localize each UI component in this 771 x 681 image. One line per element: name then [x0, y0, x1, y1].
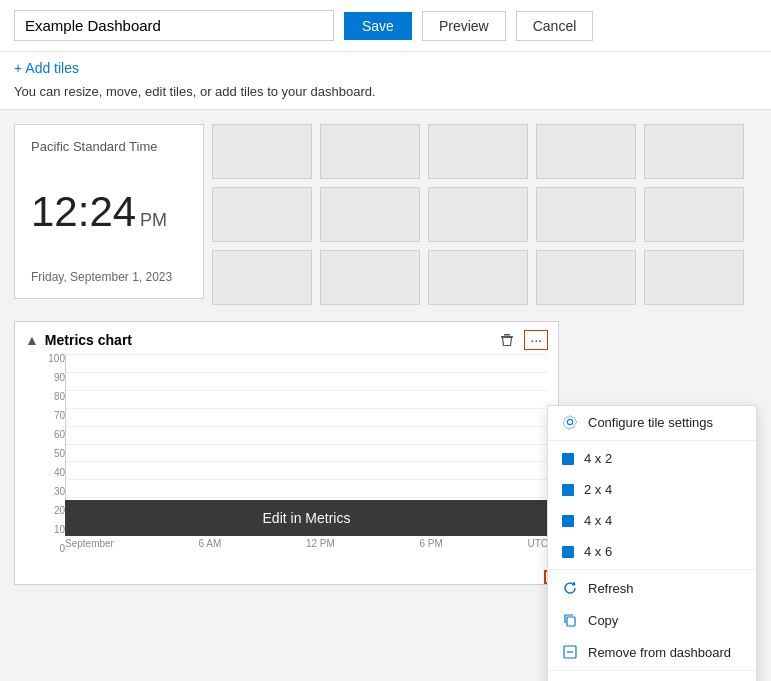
- cancel-button[interactable]: Cancel: [516, 11, 594, 41]
- menu-item-copy[interactable]: Copy: [548, 604, 756, 636]
- menu-item-done[interactable]: Done customizing: [548, 673, 756, 681]
- copy-icon: [562, 612, 578, 628]
- menu-label: Remove from dashboard: [588, 645, 731, 660]
- empty-tile: [644, 124, 744, 179]
- grid-line: [66, 354, 548, 355]
- menu-divider: [548, 440, 756, 441]
- menu-label: 4 x 6: [584, 544, 612, 559]
- metrics-title-row: ▲ Metrics chart: [25, 332, 132, 348]
- context-menu: Configure tile settings 4 x 2 2 x 4 4 x …: [547, 405, 757, 681]
- grid-line: [66, 497, 548, 498]
- y-axis: 100 90 80 70 60 50 40 30 20 10 0: [25, 354, 65, 554]
- empty-tile: [320, 187, 420, 242]
- save-button[interactable]: Save: [344, 12, 412, 40]
- empty-tile: [428, 187, 528, 242]
- metrics-header: ▲ Metrics chart ···: [15, 322, 558, 354]
- empty-tile: [212, 250, 312, 305]
- menu-divider: [548, 569, 756, 570]
- grid-line: [66, 426, 548, 427]
- chart-area: 100 90 80 70 60 50 40 30 20 10 0: [15, 354, 558, 584]
- svg-rect-2: [567, 617, 575, 626]
- menu-label: Refresh: [588, 581, 634, 596]
- empty-tile: [536, 187, 636, 242]
- remove-icon: [562, 644, 578, 660]
- empty-tiles-grid: [212, 124, 744, 305]
- x-axis: September 6 AM 12 PM 6 PM UTC: [65, 534, 548, 549]
- menu-item-refresh[interactable]: Refresh: [548, 572, 756, 604]
- resize-4x6-icon: [562, 546, 574, 558]
- add-tiles-button[interactable]: + Add tiles: [14, 60, 79, 76]
- grid-line: [66, 444, 548, 445]
- refresh-icon: [562, 580, 578, 596]
- menu-label: Copy: [588, 613, 618, 628]
- resize-4x2-icon: [562, 453, 574, 465]
- preview-button[interactable]: Preview: [422, 11, 506, 41]
- metrics-actions: ···: [496, 330, 548, 350]
- menu-item-configure[interactable]: Configure tile settings: [548, 406, 756, 438]
- clock-tile: Pacific Standard Time 12:24 PM Friday, S…: [14, 124, 204, 299]
- empty-tile: [428, 250, 528, 305]
- grid-line: [66, 390, 548, 391]
- subheader: + Add tiles You can resize, move, edit t…: [0, 52, 771, 110]
- clock-timezone: Pacific Standard Time: [31, 139, 187, 154]
- menu-item-2x4[interactable]: 2 x 4: [548, 474, 756, 505]
- grid-line: [66, 479, 548, 480]
- metrics-title: Metrics chart: [45, 332, 132, 348]
- empty-tile: [644, 187, 744, 242]
- empty-tile: [536, 124, 636, 179]
- gear-icon: [562, 414, 578, 430]
- filter-icon: ▲: [25, 332, 39, 348]
- menu-label: 2 x 4: [584, 482, 612, 497]
- more-options-button[interactable]: ···: [524, 330, 548, 350]
- menu-label: 4 x 4: [584, 513, 612, 528]
- metrics-tile: ▲ Metrics chart ··· 100 90 80 70 60 50 4…: [14, 321, 559, 585]
- edit-in-metrics-button[interactable]: Edit in Metrics: [65, 500, 548, 536]
- empty-tile: [428, 124, 528, 179]
- clock-time: 12:24 PM: [31, 188, 187, 236]
- empty-tile: [644, 250, 744, 305]
- menu-item-4x6[interactable]: 4 x 6: [548, 536, 756, 567]
- grid-line: [66, 461, 548, 462]
- empty-tile: [212, 124, 312, 179]
- menu-item-remove[interactable]: Remove from dashboard: [548, 636, 756, 668]
- menu-item-4x2[interactable]: 4 x 2: [548, 443, 756, 474]
- menu-label: 4 x 2: [584, 451, 612, 466]
- empty-tile: [536, 250, 636, 305]
- dashboard-title-input[interactable]: [14, 10, 334, 41]
- menu-item-4x4[interactable]: 4 x 4: [548, 505, 756, 536]
- empty-tile: [320, 250, 420, 305]
- clock-date: Friday, September 1, 2023: [31, 270, 187, 284]
- empty-tile: [320, 124, 420, 179]
- grid-line: [66, 372, 548, 373]
- svg-rect-1: [504, 334, 510, 336]
- hint-text: You can resize, move, edit tiles, or add…: [14, 80, 757, 105]
- grid-line: [66, 408, 548, 409]
- resize-2x4-icon: [562, 484, 574, 496]
- menu-divider: [548, 670, 756, 671]
- resize-4x4-icon: [562, 515, 574, 527]
- dashboard-area: Pacific Standard Time 12:24 PM Friday, S…: [0, 110, 771, 599]
- delete-button[interactable]: [496, 331, 518, 349]
- chart-inner: Edit in Metrics September 6 AM 12 PM 6 P…: [65, 354, 548, 564]
- empty-tile: [212, 187, 312, 242]
- header: Save Preview Cancel: [0, 0, 771, 52]
- menu-label: Configure tile settings: [588, 415, 713, 430]
